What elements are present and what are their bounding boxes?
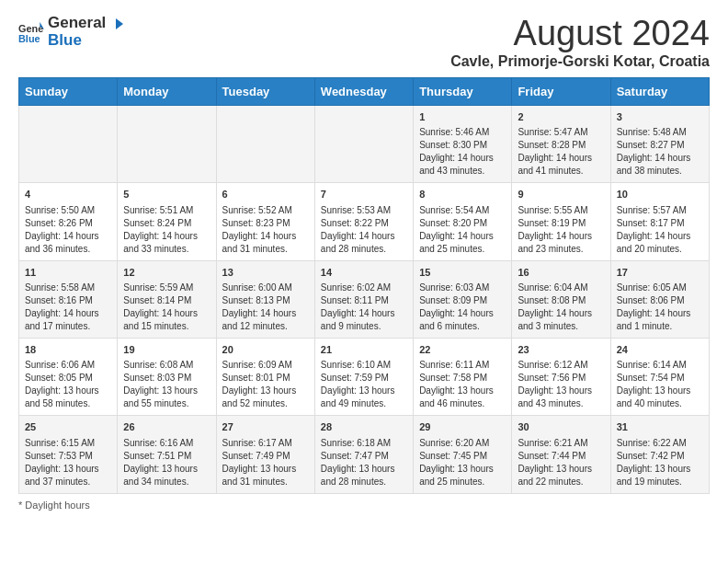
day-detail: Sunrise: 5:52 AM Sunset: 8:23 PM Dayligh… bbox=[222, 204, 309, 256]
day-number: 30 bbox=[518, 420, 604, 434]
calendar-cell: 13Sunrise: 6:00 AM Sunset: 8:13 PM Dayli… bbox=[216, 260, 314, 338]
day-number: 28 bbox=[321, 420, 407, 434]
calendar-cell: 18Sunrise: 6:06 AM Sunset: 8:05 PM Dayli… bbox=[19, 338, 118, 415]
day-detail: Sunrise: 6:21 AM Sunset: 7:44 PM Dayligh… bbox=[518, 437, 604, 488]
calendar-cell: 20Sunrise: 6:09 AM Sunset: 8:01 PM Dayli… bbox=[216, 338, 314, 415]
week-row-2: 4Sunrise: 5:50 AM Sunset: 8:26 PM Daylig… bbox=[19, 183, 710, 260]
calendar-cell: 23Sunrise: 6:12 AM Sunset: 7:56 PM Dayli… bbox=[512, 338, 610, 415]
logo-arrow bbox=[110, 17, 125, 31]
day-number: 4 bbox=[25, 188, 111, 201]
day-number: 12 bbox=[123, 266, 210, 280]
month-year: August 2024 bbox=[450, 15, 710, 53]
day-number: 18 bbox=[25, 343, 111, 357]
day-number: 19 bbox=[123, 343, 210, 357]
day-detail: Sunrise: 5:57 AM Sunset: 8:17 PM Dayligh… bbox=[617, 204, 703, 256]
calendar-cell: 1Sunrise: 5:46 AM Sunset: 8:30 PM Daylig… bbox=[414, 105, 512, 182]
week-row-1: 1Sunrise: 5:46 AM Sunset: 8:30 PM Daylig… bbox=[19, 105, 710, 182]
day-detail: Sunrise: 5:59 AM Sunset: 8:14 PM Dayligh… bbox=[123, 282, 210, 333]
day-detail: Sunrise: 6:16 AM Sunset: 7:51 PM Dayligh… bbox=[123, 437, 210, 488]
logo-blue-text: Blue bbox=[48, 32, 125, 50]
logo-icon: General Blue bbox=[18, 19, 44, 45]
calendar-cell bbox=[216, 105, 314, 182]
svg-marker-3 bbox=[116, 18, 123, 29]
header: General Blue General Blue August 2024 Ca… bbox=[18, 15, 710, 70]
day-detail: Sunrise: 6:15 AM Sunset: 7:53 PM Dayligh… bbox=[25, 437, 111, 488]
calendar-cell: 25Sunrise: 6:15 AM Sunset: 7:53 PM Dayli… bbox=[19, 416, 118, 493]
week-row-4: 18Sunrise: 6:06 AM Sunset: 8:05 PM Dayli… bbox=[19, 338, 710, 415]
day-number: 17 bbox=[617, 266, 703, 280]
day-number: 27 bbox=[222, 420, 309, 434]
day-detail: Sunrise: 6:22 AM Sunset: 7:42 PM Dayligh… bbox=[617, 437, 703, 488]
day-number: 7 bbox=[321, 188, 407, 201]
day-header-tuesday: Tuesday bbox=[216, 77, 314, 105]
calendar-table: SundayMondayTuesdayWednesdayThursdayFrid… bbox=[18, 77, 710, 494]
calendar-cell bbox=[19, 105, 118, 182]
day-detail: Sunrise: 6:09 AM Sunset: 8:01 PM Dayligh… bbox=[222, 359, 309, 410]
day-detail: Sunrise: 6:05 AM Sunset: 8:06 PM Dayligh… bbox=[617, 282, 703, 333]
calendar-cell: 14Sunrise: 6:02 AM Sunset: 8:11 PM Dayli… bbox=[314, 260, 413, 338]
calendar-cell bbox=[314, 105, 413, 182]
day-detail: Sunrise: 6:02 AM Sunset: 8:11 PM Dayligh… bbox=[321, 282, 407, 333]
calendar-cell: 2Sunrise: 5:47 AM Sunset: 8:28 PM Daylig… bbox=[512, 105, 610, 182]
calendar-cell bbox=[118, 105, 216, 182]
day-detail: Sunrise: 5:58 AM Sunset: 8:16 PM Dayligh… bbox=[25, 282, 111, 333]
calendar-cell: 24Sunrise: 6:14 AM Sunset: 7:54 PM Dayli… bbox=[610, 338, 709, 415]
day-number: 22 bbox=[419, 343, 506, 357]
day-header-thursday: Thursday bbox=[414, 77, 512, 105]
day-number: 24 bbox=[617, 343, 703, 357]
day-number: 5 bbox=[123, 188, 210, 201]
day-number: 1 bbox=[419, 110, 506, 124]
day-number: 8 bbox=[419, 188, 506, 201]
day-number: 11 bbox=[25, 266, 111, 280]
day-header-monday: Monday bbox=[118, 77, 216, 105]
calendar-cell: 29Sunrise: 6:20 AM Sunset: 7:45 PM Dayli… bbox=[414, 416, 512, 493]
day-detail: Sunrise: 6:10 AM Sunset: 7:59 PM Dayligh… bbox=[321, 359, 407, 410]
day-detail: Sunrise: 6:17 AM Sunset: 7:49 PM Dayligh… bbox=[222, 437, 309, 488]
calendar-cell: 3Sunrise: 5:48 AM Sunset: 8:27 PM Daylig… bbox=[610, 105, 709, 182]
calendar-cell: 22Sunrise: 6:11 AM Sunset: 7:58 PM Dayli… bbox=[414, 338, 512, 415]
day-detail: Sunrise: 6:20 AM Sunset: 7:45 PM Dayligh… bbox=[419, 437, 506, 488]
day-detail: Sunrise: 6:08 AM Sunset: 8:03 PM Dayligh… bbox=[123, 359, 210, 410]
location: Cavle, Primorje-Gorski Kotar, Croatia bbox=[450, 53, 710, 70]
week-row-5: 25Sunrise: 6:15 AM Sunset: 7:53 PM Dayli… bbox=[19, 416, 710, 493]
day-detail: Sunrise: 5:48 AM Sunset: 8:27 PM Dayligh… bbox=[617, 126, 703, 178]
day-header-wednesday: Wednesday bbox=[314, 77, 413, 105]
calendar-cell: 12Sunrise: 5:59 AM Sunset: 8:14 PM Dayli… bbox=[118, 260, 216, 338]
calendar-cell: 30Sunrise: 6:21 AM Sunset: 7:44 PM Dayli… bbox=[512, 416, 610, 493]
day-number: 3 bbox=[617, 110, 703, 124]
calendar-cell: 7Sunrise: 5:53 AM Sunset: 8:22 PM Daylig… bbox=[314, 183, 413, 260]
day-number: 10 bbox=[617, 188, 703, 201]
day-number: 14 bbox=[321, 266, 407, 280]
calendar-cell: 9Sunrise: 5:55 AM Sunset: 8:19 PM Daylig… bbox=[512, 183, 610, 260]
day-detail: Sunrise: 6:03 AM Sunset: 8:09 PM Dayligh… bbox=[419, 282, 506, 333]
day-detail: Sunrise: 5:50 AM Sunset: 8:26 PM Dayligh… bbox=[25, 204, 111, 256]
day-detail: Sunrise: 5:47 AM Sunset: 8:28 PM Dayligh… bbox=[518, 126, 604, 178]
day-detail: Sunrise: 6:04 AM Sunset: 8:08 PM Dayligh… bbox=[518, 282, 604, 333]
calendar-cell: 21Sunrise: 6:10 AM Sunset: 7:59 PM Dayli… bbox=[314, 338, 413, 415]
calendar-cell: 10Sunrise: 5:57 AM Sunset: 8:17 PM Dayli… bbox=[610, 183, 709, 260]
svg-text:Blue: Blue bbox=[18, 33, 40, 44]
day-detail: Sunrise: 5:55 AM Sunset: 8:19 PM Dayligh… bbox=[518, 204, 604, 256]
day-detail: Sunrise: 5:53 AM Sunset: 8:22 PM Dayligh… bbox=[321, 204, 407, 256]
day-number: 6 bbox=[222, 188, 309, 201]
day-header-saturday: Saturday bbox=[610, 77, 709, 105]
calendar-cell: 28Sunrise: 6:18 AM Sunset: 7:47 PM Dayli… bbox=[314, 416, 413, 493]
day-number: 20 bbox=[222, 343, 309, 357]
logo-general-text: General bbox=[48, 15, 125, 32]
calendar-cell: 5Sunrise: 5:51 AM Sunset: 8:24 PM Daylig… bbox=[118, 183, 216, 260]
calendar-cell: 27Sunrise: 6:17 AM Sunset: 7:49 PM Dayli… bbox=[216, 416, 314, 493]
day-number: 21 bbox=[321, 343, 407, 357]
day-number: 25 bbox=[25, 420, 111, 434]
day-number: 23 bbox=[518, 343, 604, 357]
day-number: 29 bbox=[419, 420, 506, 434]
day-number: 9 bbox=[518, 188, 604, 201]
day-detail: Sunrise: 6:12 AM Sunset: 7:56 PM Dayligh… bbox=[518, 359, 604, 410]
calendar-cell: 26Sunrise: 6:16 AM Sunset: 7:51 PM Dayli… bbox=[118, 416, 216, 493]
day-detail: Sunrise: 6:00 AM Sunset: 8:13 PM Dayligh… bbox=[222, 282, 309, 333]
day-number: 16 bbox=[518, 266, 604, 280]
daylight-hours-label: Daylight hours bbox=[25, 500, 89, 511]
calendar-cell: 17Sunrise: 6:05 AM Sunset: 8:06 PM Dayli… bbox=[610, 260, 709, 338]
footer-note: * Daylight hours bbox=[18, 500, 710, 511]
day-detail: Sunrise: 5:46 AM Sunset: 8:30 PM Dayligh… bbox=[419, 126, 506, 178]
day-detail: Sunrise: 5:51 AM Sunset: 8:24 PM Dayligh… bbox=[123, 204, 210, 256]
